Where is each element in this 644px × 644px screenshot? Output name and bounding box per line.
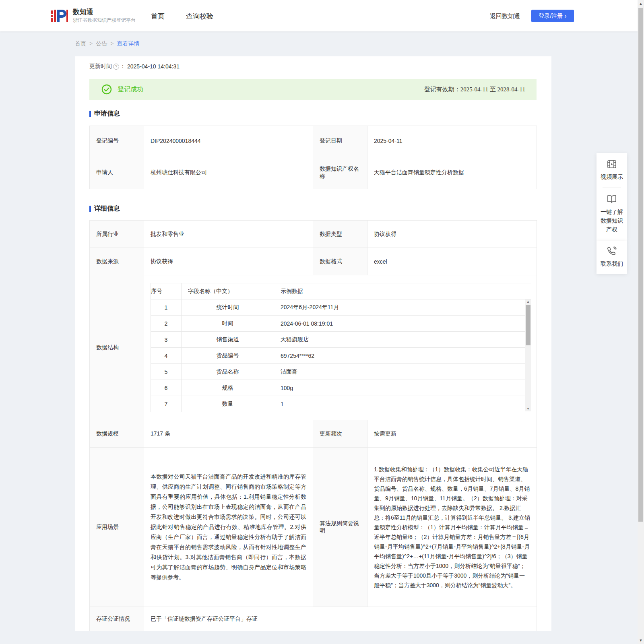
table-row: 登记编号 DIP2024000018444 登记日期 2025-04-11 [90,126,537,156]
detail-info-table: 所属行业 批发和零售业 数据类型 协议获得 数据来源 协议获得 数据格式 exc… [89,220,537,631]
update-time-colon: ： [120,63,126,70]
breadcrumb-separator: > [89,40,93,47]
table-row: 7 数量 1 [151,396,531,412]
breadcrumb-separator: > [110,40,114,47]
row-index: 6 [151,380,182,396]
row-sample: 天猫旗舰店 [274,332,531,348]
section-detail-info: 详细信息 [89,204,120,213]
video-icon [607,159,617,169]
chevron-right-icon: › [564,13,566,19]
row-field: 货品名称 [182,364,274,380]
scrollbar-up-arrow[interactable]: ▲ [638,0,644,7]
update-freq-value: 按需更新 [367,420,537,448]
reg-no-value: DIP2024000018444 [144,126,313,156]
registration-success-banner: 登记成功 登记有效期：2025-04-11 至 2028-04-11 [89,79,537,100]
phone-icon [607,246,617,256]
learn-data-ip-button[interactable]: 一键了解数据知识产权 [599,194,625,234]
scrollbar-thumb[interactable] [526,305,530,345]
validity-period: 登记有效期：2025-04-11 至 2028-04-11 [424,86,525,93]
table-row: 存证公证情况 已于「信证链数据资产存证公证平台」存证 [90,607,537,631]
applicant-value: 杭州琥仕科技有限公司 [144,156,313,189]
table-row: 数据来源 协议获得 数据格式 excel [90,248,537,275]
table-row: 1 统计时间 2024年6月-2024年11月 [151,299,531,316]
reg-date-value: 2025-04-11 [367,126,537,156]
table-row: 5 货品名称 洁面膏 [151,364,531,380]
video-show-label: 视频展示 [599,172,625,181]
structure-table-scrollbar[interactable]: ▲ ▼ [525,299,531,411]
col-index-header: 序号 [151,283,182,299]
side-panel-top: 视频展示 一键了解数据知识产权 [597,153,627,241]
update-time-row: 更新时间 ? ： 2025-04-10 14:04:31 [89,63,180,70]
data-format-label: 数据格式 [313,248,367,275]
row-index: 1 [151,299,182,316]
section-bar-icon [89,111,91,117]
row-field: 销售渠道 [182,332,274,348]
row-field: 时间 [182,316,274,332]
data-format-value: excel [367,248,537,275]
apply-info-table: 登记编号 DIP2024000018444 登记日期 2025-04-11 申请… [89,126,537,189]
update-freq-label: 更新频次 [313,420,367,448]
scrollbar-down-arrow[interactable]: ▼ [638,637,644,644]
login-register-button[interactable]: 登录/注册 › [531,10,574,22]
notary-value: 已于「信证链数据资产存证公证平台」存证 [144,607,537,631]
update-time-value: 2025-04-10 14:04:31 [127,63,180,70]
scrollbar-down-arrow[interactable]: ▼ [525,407,531,411]
industry-value: 批发和零售业 [144,221,313,248]
help-question-icon[interactable]: ? [113,64,119,70]
update-time-label: 更新时间 [89,63,112,70]
check-circle-icon [101,84,112,95]
row-field: 数量 [182,396,274,412]
row-field: 规格 [182,380,274,396]
scrollbar-up-arrow[interactable]: ▲ [525,299,531,304]
contact-us-button[interactable]: 联系我们 [599,246,625,268]
section-apply-title: 申请信息 [94,109,120,118]
site-logo[interactable]: 数知通 浙江省数据知识产权登记平台 [50,6,136,25]
row-index: 4 [151,348,182,364]
learn-data-ip-label: 一键了解数据知识产权 [599,207,625,234]
side-panel-contact: 联系我们 [597,241,627,274]
data-scale-value: 1717 条 [144,420,313,448]
col-sample-header: 示例数据 [274,283,531,299]
row-sample: 2024年6月-2024年11月 [274,299,531,316]
login-register-label: 登录/注册 [539,12,563,20]
data-source-label: 数据来源 [90,248,144,275]
data-type-value: 协议获得 [367,221,537,248]
table-row: 数据规模 1717 条 更新频次 按需更新 [90,420,537,448]
breadcrumb-home[interactable]: 首页 [75,40,86,47]
logo-subtitle: 浙江省数据知识产权登记平台 [73,17,136,24]
logo-title: 数知通 [73,8,136,17]
back-to-shuzhitong-link[interactable]: 返回数知通 [490,12,520,20]
reg-no-label: 登记编号 [90,126,144,156]
nav-query-verify[interactable]: 查询校验 [186,12,213,21]
video-show-button[interactable]: 视频展示 [599,159,625,181]
top-header: 数知通 浙江省数据知识产权登记平台 首页 查询校验 返回数知通 登录/注册 › [0,0,644,31]
row-sample: 100g [274,380,531,396]
algorithm-label: 算法规则简要说明 [313,448,367,607]
detail-card: 更新时间 ? ： 2025-04-10 14:04:31 登记成功 登记有效期：… [75,56,551,631]
table-row: 所属行业 批发和零售业 数据类型 协议获得 [90,221,537,248]
data-structure-label: 数据结构 [90,275,144,420]
table-row: 4 货品编号 697254****62 [151,348,531,364]
structure-table-wrap: 序号 字段名称（中文） 示例数据 1 统计时间 2024年6月-2024年11月… [151,283,531,412]
row-index: 5 [151,364,182,380]
row-index: 7 [151,396,182,412]
row-field: 统计时间 [182,299,274,316]
structure-table: 序号 字段名称（中文） 示例数据 1 统计时间 2024年6月-2024年11月… [151,283,531,412]
page-scrollbar[interactable]: ▲ ▼ [638,0,644,644]
nav-home[interactable]: 首页 [151,12,165,21]
data-type-label: 数据类型 [313,221,367,248]
reg-date-label: 登记日期 [313,126,367,156]
data-structure-cell: 序号 字段名称（中文） 示例数据 1 统计时间 2024年6月-2024年11月… [144,275,537,420]
divider [603,188,621,188]
breadcrumb-announcement[interactable]: 公告 [96,40,107,47]
structure-header-row: 序号 字段名称（中文） 示例数据 [151,283,531,299]
data-scale-label: 数据规模 [90,420,144,448]
logo-icon [50,6,69,25]
notary-label: 存证公证情况 [90,607,144,631]
scrollbar-thumb[interactable] [638,8,643,522]
contact-us-label: 联系我们 [599,259,625,268]
row-sample: 1 [274,396,531,412]
ip-name-value: 天猫平台洁面膏销量稳定性分析数据 [367,156,537,189]
table-row: 申请人 杭州琥仕科技有限公司 数据知识产权名称 天猫平台洁面膏销量稳定性分析数据 [90,156,537,189]
ip-name-label: 数据知识产权名称 [313,156,367,189]
